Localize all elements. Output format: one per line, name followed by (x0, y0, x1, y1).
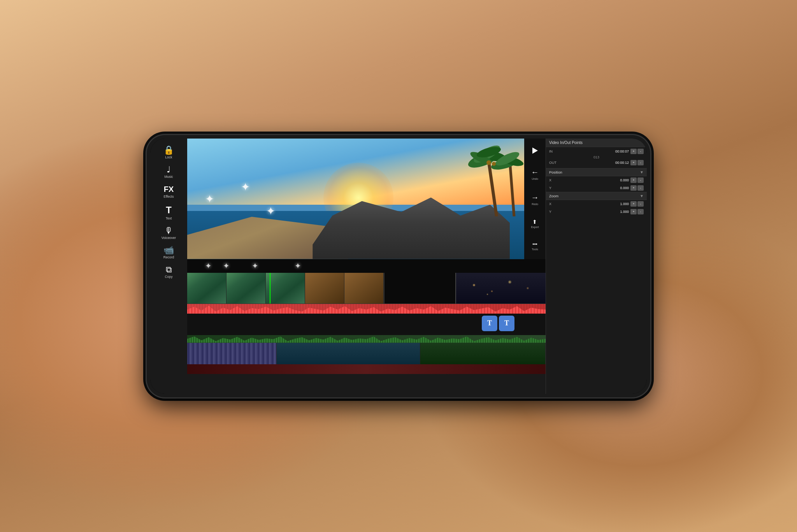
zoom-y-minus[interactable]: - (637, 209, 644, 214)
export-icon: ⬆ (532, 219, 537, 225)
ocean-clip[interactable] (277, 343, 420, 364)
out-plus-btn[interactable]: + (630, 160, 637, 165)
zoom-x-value: 1.000 (558, 202, 629, 206)
tool-music-label: Music (164, 175, 173, 179)
frame-count: 013 (549, 155, 644, 159)
play-icon (532, 147, 538, 154)
dark-clip[interactable] (384, 273, 456, 304)
playhead (270, 273, 270, 304)
copy-icon: ⧉ (166, 265, 172, 274)
green-clip-2[interactable] (420, 343, 546, 364)
out-buttons: + - (630, 160, 644, 165)
record-icon: 📹 (163, 246, 174, 255)
position-x-buttons: + - (630, 177, 644, 183)
tool-music[interactable]: ♩ Music (163, 164, 174, 180)
zoom-y-value: 1.000 (558, 210, 629, 214)
bokeh-lights (456, 273, 546, 304)
zoom-y-row: Y 1.000 + - (546, 208, 647, 216)
tool-effects[interactable]: FX Effects (162, 183, 176, 200)
out-row: OUT 00:00:12 + - (549, 160, 644, 165)
position-x-value: 0.000 (558, 178, 629, 182)
svg-line-6 (510, 166, 514, 216)
zoom-y-plus[interactable]: + (630, 209, 637, 214)
in-label: IN (549, 149, 561, 153)
palm-trees-svg (372, 139, 528, 216)
video-preview: ✦ ✦ ✦ ← Undo → (187, 139, 546, 259)
sparkle-track: ✦ ✦ ✦ ✦ (187, 259, 546, 273)
lock-icon: 🔒 (163, 146, 174, 155)
thumb-4 (305, 273, 344, 304)
zoom-y-label: Y (549, 210, 557, 214)
sparkle-1: ✦ (205, 193, 214, 205)
zoom-y-buttons: + - (630, 209, 644, 214)
in-value: 00:00:07 (562, 149, 629, 153)
redo-icon: → (531, 193, 539, 202)
position-x-row: X 0.000 + - (546, 176, 647, 184)
sparkle-track-3: ✦ (295, 261, 301, 270)
tool-copy[interactable]: ⧉ Copy (163, 264, 174, 280)
video-inout-header: Video In/Out Points (546, 139, 647, 147)
zoom-x-label: X (549, 202, 557, 206)
pos-x-minus[interactable]: - (637, 177, 644, 183)
tools-button[interactable]: ••• Tools (532, 242, 538, 251)
green-audio-track (187, 335, 546, 343)
right-panel: Video In/Out Points IN 00:00:07 + - 013 … (546, 139, 647, 394)
zoom-x-plus[interactable]: + (630, 201, 637, 207)
position-x-label: X (549, 178, 557, 182)
redo-label: Redo (532, 203, 538, 205)
undo-label: Undo (532, 177, 538, 180)
in-plus-btn[interactable]: + (630, 149, 637, 154)
pos-y-plus[interactable]: + (630, 185, 637, 191)
tool-text-label: Text (166, 216, 172, 220)
svg-point-10 (486, 160, 491, 165)
inout-section: IN 00:00:07 + - 013 OUT 00:00:12 + (546, 147, 647, 168)
title-track: T T (187, 314, 546, 335)
scene: 🔒 Lock ♩ Music FX Effects T Text 🎙 (0, 0, 797, 532)
in-minus-btn[interactable]: - (637, 149, 644, 154)
tools-icon: ••• (532, 242, 537, 247)
tool-record[interactable]: 📹 Record (162, 244, 176, 261)
main-content: ✦ ✦ ✦ ← Undo → (187, 139, 546, 394)
tool-record-label: Record (163, 255, 174, 259)
export-button[interactable]: ⬆ Export (531, 219, 539, 228)
bokeh-clip[interactable] (456, 273, 546, 304)
audio-wave (187, 304, 546, 314)
svg-line-0 (489, 162, 497, 216)
mic-icon: 🎙 (165, 226, 173, 235)
tools-label: Tools (532, 248, 538, 251)
beach-clip[interactable] (187, 273, 384, 304)
tool-voiceover[interactable]: 🎙 Voiceover (160, 225, 177, 241)
title-button-1[interactable]: T (482, 316, 497, 331)
pos-y-minus[interactable]: - (637, 185, 644, 191)
out-label: OUT (549, 161, 561, 165)
sparkle-3: ✦ (266, 205, 275, 218)
in-row: IN 00:00:07 + - (549, 149, 644, 154)
title-button-2[interactable]: T (499, 316, 514, 331)
undo-icon: ← (531, 168, 539, 177)
position-y-row: Y 0.000 + - (546, 184, 647, 192)
zoom-x-minus[interactable]: - (637, 201, 644, 207)
zoom-chevron: ▼ (640, 194, 644, 198)
export-label: Export (531, 226, 539, 228)
tool-text[interactable]: T Text (164, 203, 174, 222)
undo-button[interactable]: ← Undo (531, 168, 539, 180)
video-preview-inner: ✦ ✦ ✦ (187, 139, 546, 259)
zoom-x-buttons: + - (630, 201, 644, 207)
tool-copy-label: Copy (165, 275, 173, 279)
sparkle-track-4: ✦ (223, 261, 230, 270)
thumb-3 (266, 273, 305, 304)
video-clips-track (187, 273, 546, 304)
timeline-area: ✦ ✦ ✦ ✦ (187, 259, 546, 394)
tool-effects-label: Effects (164, 195, 174, 198)
city-clip[interactable] (187, 343, 277, 364)
pos-x-plus[interactable]: + (630, 177, 637, 183)
thumb-5 (344, 273, 384, 304)
play-button[interactable] (532, 147, 539, 155)
out-minus-btn[interactable]: - (637, 160, 644, 165)
redo-button[interactable]: → Redo (531, 193, 539, 205)
position-y-label: Y (549, 186, 557, 190)
tool-voiceover-label: Voiceover (162, 236, 176, 240)
phone-device: 🔒 Lock ♩ Music FX Effects T Text 🎙 (146, 134, 651, 399)
tool-lock[interactable]: 🔒 Lock (162, 144, 176, 161)
in-buttons: + - (630, 149, 644, 154)
